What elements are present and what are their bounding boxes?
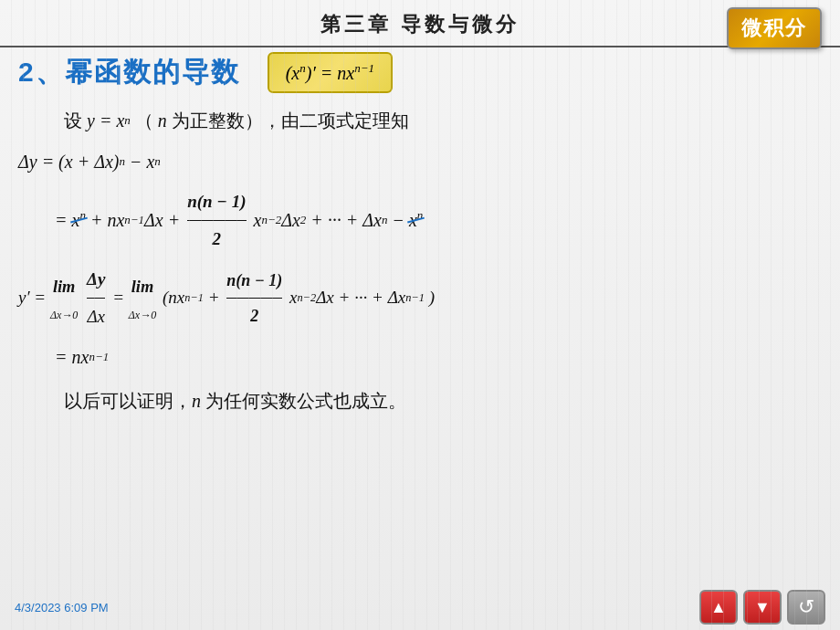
nav-reset-button[interactable] [787,590,825,625]
slide: 第三章 导数与微分 微积分 2、幂函数的导数 (xn)′ = nxn−1 设 y… [0,0,840,630]
math-line-1: 设 y = xn （ n 为正整数），由二项式定理知 [18,102,822,139]
formula-box-content: (xn)′ = nxn−1 [286,61,374,84]
nav-up-button[interactable] [699,590,738,625]
math-line-3: = xn + nxn−1Δx + n(n − 1) 2 xn−2Δx2 + ··… [18,184,822,257]
section-title-text: 幂函数的导数 [65,57,240,87]
nav-buttons [699,590,825,625]
lim-block-2: lim Δx→0 [129,270,156,326]
header: 第三章 导数与微分 微积分 [0,0,840,47]
xn-strike-1: xn [72,202,86,238]
math-line-5: = nxn−1 [18,339,822,375]
xn-strike-2: xn [409,202,423,238]
arrow-down-icon [754,598,771,617]
lim-block-1: lim Δx→0 [50,270,78,326]
frac-nn1-over-2: n(n − 1) 2 [187,184,246,257]
nav-down-button[interactable] [743,590,782,625]
cn-proof-1: 以后可以证明， [64,383,192,419]
cn-she: 设 [64,102,87,139]
frac-dy-dx: Δy Δx [87,262,105,334]
content-area: 2、幂函数的导数 (xn)′ = nxn−1 设 y = xn （ n 为正整数… [0,52,840,586]
section-number: 2、 [18,57,65,87]
formula-y-xn: y [87,102,95,139]
footer-timestamp: 4/3/2023 6:09 PM [15,601,109,614]
footer: 4/3/2023 6:09 PM [0,586,840,630]
cn-bracket-n: （ n 为正整数），由二项式定理知 [135,102,409,139]
section-title-row: 2、幂函数的导数 (xn)′ = nxn−1 [18,52,822,93]
header-title: 第三章 导数与微分 [320,11,520,38]
math-line-4: y′ = lim Δx→0 Δy Δx = lim Δx→0 (nxn−1 + … [18,262,822,334]
formula-box: (xn)′ = nxn−1 [268,52,393,93]
cn-proof-2: 为任何实数公式也成立。 [201,383,406,419]
math-line-6: 以后可以证明， n 为任何实数公式也成立。 [18,383,822,419]
frac-nn1-over-2-b: n(n − 1) 2 [226,264,282,332]
arrow-up-icon [710,598,727,617]
math-line-2: Δy = (x + Δx)n − xn [18,143,822,180]
brand-badge: 微积分 [727,7,822,49]
formula-n: n [192,383,201,419]
section-title: 2、幂函数的导数 [18,54,240,91]
arrow-return-icon [798,595,814,619]
